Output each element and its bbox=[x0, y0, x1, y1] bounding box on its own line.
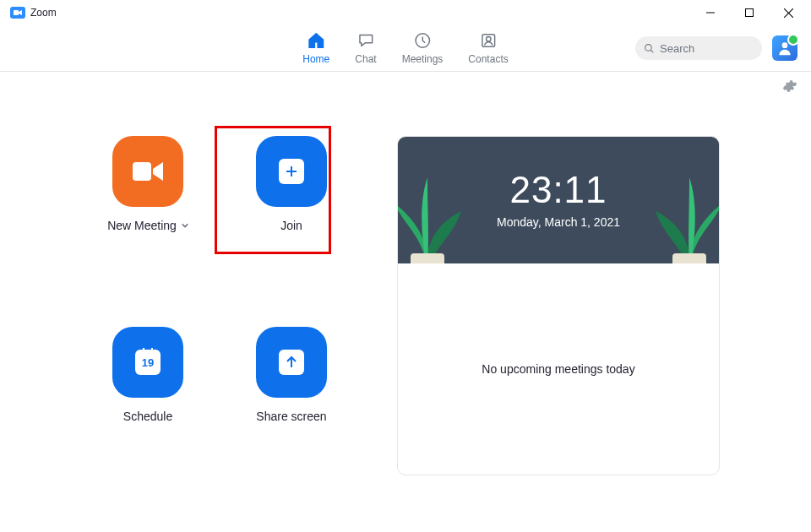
tab-label: Contacts bbox=[468, 53, 508, 65]
search-placeholder: Search bbox=[660, 42, 694, 55]
svg-line-10 bbox=[650, 50, 653, 52]
action-label: Schedule bbox=[123, 410, 172, 423]
action-label: New Meeting bbox=[107, 219, 177, 232]
nav-tabs: Home Chat Meetings Contacts bbox=[302, 31, 508, 65]
tab-chat[interactable]: Chat bbox=[355, 31, 376, 65]
clock-icon bbox=[413, 31, 432, 50]
calendar-day: 19 bbox=[142, 356, 154, 369]
info-panel: 23:11 Monday, March 1, 2021 No upcoming … bbox=[397, 136, 720, 475]
avatar[interactable] bbox=[772, 35, 797, 61]
minimize-button[interactable] bbox=[691, 0, 730, 25]
tab-meetings[interactable]: Meetings bbox=[402, 31, 444, 65]
panel-body: No upcoming meetings today bbox=[398, 263, 719, 475]
plus-icon bbox=[256, 136, 327, 207]
action-grid: New Meeting Join 19 Schedule bbox=[93, 136, 346, 475]
svg-rect-0 bbox=[14, 10, 19, 15]
schedule-button[interactable]: 19 Schedule bbox=[93, 327, 203, 475]
svg-rect-3 bbox=[746, 9, 754, 17]
svg-marker-13 bbox=[153, 162, 163, 181]
svg-point-8 bbox=[486, 36, 491, 41]
zoom-logo-icon bbox=[10, 7, 25, 19]
tab-contacts[interactable]: Contacts bbox=[468, 31, 508, 65]
svg-rect-12 bbox=[133, 162, 151, 181]
gear-icon[interactable] bbox=[782, 79, 797, 96]
calendar-icon: 19 bbox=[112, 327, 183, 398]
share-screen-button[interactable]: Share screen bbox=[237, 327, 346, 475]
tab-label: Meetings bbox=[402, 53, 444, 65]
plant-decoration-right bbox=[643, 152, 719, 263]
search-input[interactable]: Search bbox=[635, 36, 762, 60]
svg-point-9 bbox=[645, 44, 652, 51]
video-icon bbox=[112, 136, 183, 207]
plant-decoration-left bbox=[398, 152, 474, 263]
empty-state-text: No upcoming meetings today bbox=[482, 362, 634, 376]
tab-label: Chat bbox=[355, 53, 376, 65]
svg-rect-20 bbox=[672, 253, 706, 263]
main: New Meeting Join 19 Schedule bbox=[0, 102, 811, 475]
svg-point-11 bbox=[782, 42, 788, 48]
close-button[interactable] bbox=[769, 0, 808, 25]
action-label: Share screen bbox=[256, 410, 326, 423]
chevron-down-icon[interactable] bbox=[182, 222, 188, 229]
window-controls bbox=[691, 0, 808, 25]
window-title: Zoom bbox=[30, 7, 57, 19]
tab-label: Home bbox=[302, 53, 329, 65]
settings-row bbox=[0, 72, 811, 102]
search-icon bbox=[644, 43, 655, 54]
panel-header: 23:11 Monday, March 1, 2021 bbox=[398, 137, 719, 263]
title-bar: Zoom bbox=[0, 0, 811, 25]
action-label: Join bbox=[280, 219, 302, 232]
avatar-icon bbox=[776, 40, 793, 57]
join-button[interactable]: Join bbox=[237, 136, 346, 285]
svg-rect-19 bbox=[411, 253, 444, 263]
top-bar-right: Search bbox=[635, 35, 811, 61]
new-meeting-button[interactable]: New Meeting bbox=[93, 136, 203, 285]
svg-marker-1 bbox=[19, 10, 22, 15]
home-icon bbox=[307, 31, 325, 50]
top-bar: Home Chat Meetings Contacts Search bbox=[0, 25, 811, 72]
clock-date: Monday, March 1, 2021 bbox=[497, 215, 620, 229]
contacts-icon bbox=[479, 31, 498, 50]
chat-icon bbox=[357, 31, 375, 50]
maximize-button[interactable] bbox=[730, 0, 769, 25]
clock-time: 23:11 bbox=[509, 171, 607, 209]
arrow-up-icon bbox=[256, 327, 327, 398]
tab-home[interactable]: Home bbox=[302, 31, 329, 65]
